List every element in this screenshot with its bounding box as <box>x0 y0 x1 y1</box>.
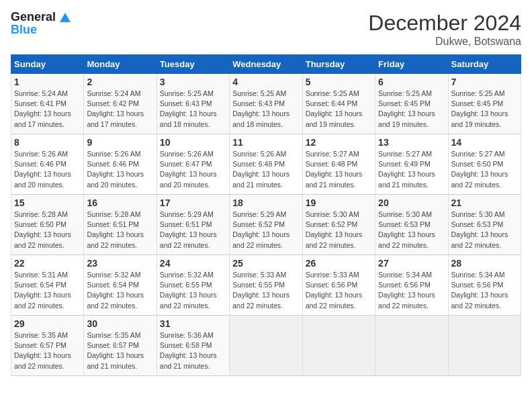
calendar-cell: 20 Sunrise: 5:30 AM Sunset: 6:53 PM Dayl… <box>375 195 448 255</box>
day-number: 5 <box>306 77 372 87</box>
day-number: 6 <box>378 77 445 87</box>
day-number: 19 <box>306 197 372 208</box>
day-number: 27 <box>378 258 445 269</box>
calendar-cell: 2 Sunrise: 5:24 AM Sunset: 6:42 PM Dayli… <box>84 74 157 134</box>
day-number: 30 <box>87 318 153 329</box>
calendar-cell: 26 Sunrise: 5:33 AM Sunset: 6:56 PM Dayl… <box>302 255 375 316</box>
calendar-cell: 1 Sunrise: 5:24 AM Sunset: 6:41 PM Dayli… <box>11 74 84 134</box>
calendar-cell: 10 Sunrise: 5:26 AM Sunset: 6:47 PM Dayl… <box>157 134 229 195</box>
day-number: 7 <box>451 77 518 87</box>
day-number: 23 <box>87 258 153 269</box>
calendar-cell <box>230 316 302 376</box>
header-row: Sunday Monday Tuesday Wednesday Thursday… <box>11 55 521 74</box>
day-number: 9 <box>87 137 153 148</box>
day-info: Sunrise: 5:33 AM Sunset: 6:55 PM Dayligh… <box>232 270 299 311</box>
day-info: Sunrise: 5:27 AM Sunset: 6:50 PM Dayligh… <box>451 149 518 190</box>
col-thursday: Thursday <box>302 55 375 74</box>
day-number: 14 <box>451 137 518 148</box>
calendar-cell: 7 Sunrise: 5:25 AM Sunset: 6:45 PM Dayli… <box>448 74 521 134</box>
day-info: Sunrise: 5:29 AM Sunset: 6:51 PM Dayligh… <box>160 210 226 250</box>
day-info: Sunrise: 5:26 AM Sunset: 6:46 PM Dayligh… <box>87 149 153 190</box>
calendar-cell: 29 Sunrise: 5:35 AM Sunset: 6:57 PM Dayl… <box>11 316 84 376</box>
location-title: Dukwe, Botswana <box>368 36 521 48</box>
calendar-week-1: 1 Sunrise: 5:24 AM Sunset: 6:41 PM Dayli… <box>11 74 521 134</box>
day-info: Sunrise: 5:35 AM Sunset: 6:57 PM Dayligh… <box>14 330 81 371</box>
col-wednesday: Wednesday <box>230 55 302 74</box>
calendar-cell: 19 Sunrise: 5:30 AM Sunset: 6:52 PM Dayl… <box>302 195 375 255</box>
calendar-cell: 27 Sunrise: 5:34 AM Sunset: 6:56 PM Dayl… <box>375 255 448 316</box>
calendar-cell: 16 Sunrise: 5:28 AM Sunset: 6:51 PM Dayl… <box>84 195 157 255</box>
calendar-cell: 15 Sunrise: 5:28 AM Sunset: 6:50 PM Dayl… <box>11 195 84 255</box>
day-info: Sunrise: 5:25 AM Sunset: 6:43 PM Dayligh… <box>232 89 299 130</box>
day-info: Sunrise: 5:30 AM Sunset: 6:52 PM Dayligh… <box>306 210 372 250</box>
day-number: 20 <box>378 197 445 208</box>
calendar-cell: 24 Sunrise: 5:32 AM Sunset: 6:55 PM Dayl… <box>157 255 229 316</box>
calendar-cell <box>302 316 375 376</box>
day-number: 28 <box>451 258 518 269</box>
calendar-cell: 5 Sunrise: 5:25 AM Sunset: 6:44 PM Dayli… <box>302 74 375 134</box>
calendar-cell: 6 Sunrise: 5:25 AM Sunset: 6:45 PM Dayli… <box>375 74 448 134</box>
calendar-cell: 4 Sunrise: 5:25 AM Sunset: 6:43 PM Dayli… <box>230 74 302 134</box>
calendar-cell: 23 Sunrise: 5:32 AM Sunset: 6:54 PM Dayl… <box>84 255 157 316</box>
day-info: Sunrise: 5:32 AM Sunset: 6:55 PM Dayligh… <box>160 270 226 311</box>
day-info: Sunrise: 5:31 AM Sunset: 6:54 PM Dayligh… <box>14 270 81 311</box>
calendar-cell: 14 Sunrise: 5:27 AM Sunset: 6:50 PM Dayl… <box>448 134 521 195</box>
day-number: 13 <box>378 137 445 148</box>
title-area: December 2024 Dukwe, Botswana <box>368 11 521 48</box>
calendar-cell <box>375 316 448 376</box>
day-info: Sunrise: 5:26 AM Sunset: 6:46 PM Dayligh… <box>14 149 81 190</box>
col-friday: Friday <box>375 55 448 74</box>
calendar-cell: 13 Sunrise: 5:27 AM Sunset: 6:49 PM Dayl… <box>375 134 448 195</box>
day-info: Sunrise: 5:33 AM Sunset: 6:56 PM Dayligh… <box>306 270 372 311</box>
calendar-cell: 21 Sunrise: 5:30 AM Sunset: 6:53 PM Dayl… <box>448 195 521 255</box>
calendar-cell: 25 Sunrise: 5:33 AM Sunset: 6:55 PM Dayl… <box>230 255 302 316</box>
day-info: Sunrise: 5:32 AM Sunset: 6:54 PM Dayligh… <box>87 270 153 311</box>
calendar-cell: 12 Sunrise: 5:27 AM Sunset: 6:48 PM Dayl… <box>302 134 375 195</box>
day-number: 8 <box>14 137 81 148</box>
calendar-week-5: 29 Sunrise: 5:35 AM Sunset: 6:57 PM Dayl… <box>11 316 521 376</box>
calendar-table: Sunday Monday Tuesday Wednesday Thursday… <box>11 54 521 376</box>
calendar-week-3: 15 Sunrise: 5:28 AM Sunset: 6:50 PM Dayl… <box>11 195 521 255</box>
calendar-week-4: 22 Sunrise: 5:31 AM Sunset: 6:54 PM Dayl… <box>11 255 521 316</box>
day-info: Sunrise: 5:25 AM Sunset: 6:44 PM Dayligh… <box>306 89 372 130</box>
day-info: Sunrise: 5:36 AM Sunset: 6:58 PM Dayligh… <box>160 330 226 371</box>
logo: General Blue <box>11 11 71 36</box>
day-number: 4 <box>232 77 299 87</box>
calendar-cell: 31 Sunrise: 5:36 AM Sunset: 6:58 PM Dayl… <box>157 316 229 376</box>
calendar-cell: 3 Sunrise: 5:25 AM Sunset: 6:43 PM Dayli… <box>157 74 229 134</box>
day-info: Sunrise: 5:26 AM Sunset: 6:47 PM Dayligh… <box>160 149 226 190</box>
col-sunday: Sunday <box>11 55 84 74</box>
calendar-cell: 22 Sunrise: 5:31 AM Sunset: 6:54 PM Dayl… <box>11 255 84 316</box>
header: General Blue December 2024 Dukwe, Botswa… <box>11 11 521 48</box>
day-number: 29 <box>14 318 81 329</box>
day-number: 12 <box>306 137 372 148</box>
day-number: 21 <box>451 197 518 208</box>
day-number: 18 <box>232 197 299 208</box>
day-info: Sunrise: 5:29 AM Sunset: 6:52 PM Dayligh… <box>232 210 299 250</box>
day-number: 22 <box>14 258 81 269</box>
day-number: 15 <box>14 197 81 208</box>
day-number: 11 <box>232 137 299 148</box>
day-info: Sunrise: 5:24 AM Sunset: 6:41 PM Dayligh… <box>14 89 81 130</box>
svg-marker-0 <box>60 13 71 22</box>
day-number: 10 <box>160 137 226 148</box>
day-info: Sunrise: 5:25 AM Sunset: 6:45 PM Dayligh… <box>378 89 445 130</box>
day-info: Sunrise: 5:26 AM Sunset: 6:48 PM Dayligh… <box>232 149 299 190</box>
day-info: Sunrise: 5:27 AM Sunset: 6:48 PM Dayligh… <box>306 149 372 190</box>
day-info: Sunrise: 5:30 AM Sunset: 6:53 PM Dayligh… <box>378 210 445 250</box>
day-info: Sunrise: 5:25 AM Sunset: 6:43 PM Dayligh… <box>160 89 226 130</box>
day-number: 16 <box>87 197 153 208</box>
calendar-week-2: 8 Sunrise: 5:26 AM Sunset: 6:46 PM Dayli… <box>11 134 521 195</box>
month-title: December 2024 <box>368 11 521 36</box>
calendar-cell: 11 Sunrise: 5:26 AM Sunset: 6:48 PM Dayl… <box>230 134 302 195</box>
day-number: 2 <box>87 77 153 87</box>
calendar-cell: 18 Sunrise: 5:29 AM Sunset: 6:52 PM Dayl… <box>230 195 302 255</box>
col-monday: Monday <box>84 55 157 74</box>
day-info: Sunrise: 5:34 AM Sunset: 6:56 PM Dayligh… <box>451 270 518 311</box>
day-info: Sunrise: 5:27 AM Sunset: 6:49 PM Dayligh… <box>378 149 445 190</box>
day-number: 26 <box>306 258 372 269</box>
day-number: 31 <box>160 318 226 329</box>
day-number: 1 <box>14 77 81 87</box>
day-info: Sunrise: 5:30 AM Sunset: 6:53 PM Dayligh… <box>451 210 518 250</box>
calendar-cell: 8 Sunrise: 5:26 AM Sunset: 6:46 PM Dayli… <box>11 134 84 195</box>
